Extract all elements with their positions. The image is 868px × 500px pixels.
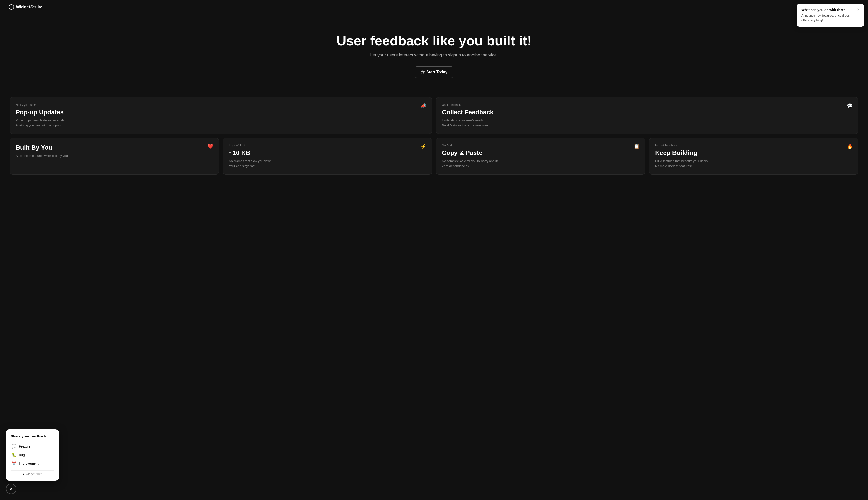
heart-brand-icon: ♥: [23, 473, 24, 476]
widget-footer: ♥ WidgetStrike: [11, 473, 54, 476]
card-keep-building: Instant Feedback 🔥 Keep Building Build f…: [649, 138, 858, 175]
card-desc-3: All of these features were built by you.: [16, 154, 213, 159]
cta-label: Start Today: [426, 70, 447, 74]
card-title-5: Copy & Paste: [442, 149, 639, 157]
logo-text: WidgetStrike: [16, 4, 43, 10]
card-desc-1: Price drops, new features, referralsAnyt…: [16, 118, 426, 128]
megaphone-icon: 📣: [421, 103, 426, 109]
star-icon: ☆: [421, 69, 425, 75]
toast-close-button[interactable]: ×: [857, 8, 859, 12]
card-copy-paste: No Code 📋 Copy & Paste No complex logic …: [436, 138, 645, 175]
bug-icon: 🐛: [12, 453, 16, 457]
navbar: WidgetStrike: [0, 0, 868, 14]
widget-brand-name: WidgetStrike: [25, 473, 42, 476]
card-lightweight: Light Weight ⚡ ~10 KB No iframes that sl…: [223, 138, 432, 175]
lightning-icon: ⚡: [421, 143, 426, 149]
hero-section: User feedback like you built it! Let you…: [0, 14, 868, 92]
card-collect-feedback: User feedback 💬 Collect Feedback Underst…: [436, 97, 858, 134]
toast-title: What can you do with this?: [801, 8, 845, 12]
start-today-button[interactable]: ☆ Start Today: [415, 66, 454, 78]
improvement-icon: ✂️: [12, 461, 16, 466]
feedback-widget-popup: Share your feedback 💬 Feature 🐛 Bug ✂️ I…: [6, 429, 59, 481]
toast-notification: What can you do with this? × Announce ne…: [797, 4, 864, 26]
chat-icon: 💬: [847, 103, 853, 109]
card-label-2: User feedback: [442, 103, 852, 107]
clipboard-icon: 📋: [634, 143, 640, 149]
toast-body: Announce new features, price drops, offe…: [801, 13, 859, 23]
widget-item-bug-label: Bug: [19, 453, 25, 457]
card-label-1: Notify your users: [16, 103, 426, 107]
card-label-5: No Code: [442, 144, 639, 147]
card-title-3: Built By You: [16, 144, 213, 151]
hero-title: User feedback like you built it!: [5, 33, 863, 48]
feature-icon: 💬: [12, 444, 16, 448]
card-title-4: ~10 KB: [229, 149, 426, 157]
card-title-2: Collect Feedback: [442, 109, 852, 116]
card-title-6: Keep Building: [655, 149, 852, 157]
features-section: Notify your users 📣 Pop-up Updates Price…: [0, 92, 868, 190]
card-desc-2: Understand your user's needsBuild featur…: [442, 118, 852, 128]
close-icon: ×: [10, 487, 13, 491]
card-built-by-you: ❤️ Built By You All of these features we…: [10, 138, 219, 175]
toast-header: What can you do with this? ×: [801, 8, 859, 12]
widget-close-button[interactable]: ×: [6, 484, 16, 494]
card-title-1: Pop-up Updates: [16, 109, 426, 116]
cards-row-2: ❤️ Built By You All of these features we…: [10, 138, 858, 175]
hero-subtitle: Let your users interact without having t…: [5, 53, 863, 58]
widget-item-improvement[interactable]: ✂️ Improvement: [11, 459, 54, 467]
card-popup-updates: Notify your users 📣 Pop-up Updates Price…: [10, 97, 432, 134]
widget-item-bug[interactable]: 🐛 Bug: [11, 451, 54, 459]
widget-title: Share your feedback: [11, 434, 54, 438]
card-desc-4: No iframes that slow you down.Your app s…: [229, 159, 426, 169]
card-label-6: Instant Feedback: [655, 144, 852, 147]
cards-row-1: Notify your users 📣 Pop-up Updates Price…: [10, 97, 858, 134]
logo-icon: [9, 4, 14, 10]
card-desc-5: No complex logic for you to worry about!…: [442, 159, 639, 169]
card-desc-6: Build features that benefits your users!…: [655, 159, 852, 169]
heart-icon: ❤️: [207, 143, 213, 149]
widget-item-feature-label: Feature: [19, 444, 31, 448]
logo: WidgetStrike: [9, 4, 43, 10]
fire-icon: 🔥: [847, 143, 853, 149]
widget-item-feature[interactable]: 💬 Feature: [11, 442, 54, 451]
widget-item-improvement-label: Improvement: [19, 462, 38, 465]
card-label-4: Light Weight: [229, 144, 426, 147]
